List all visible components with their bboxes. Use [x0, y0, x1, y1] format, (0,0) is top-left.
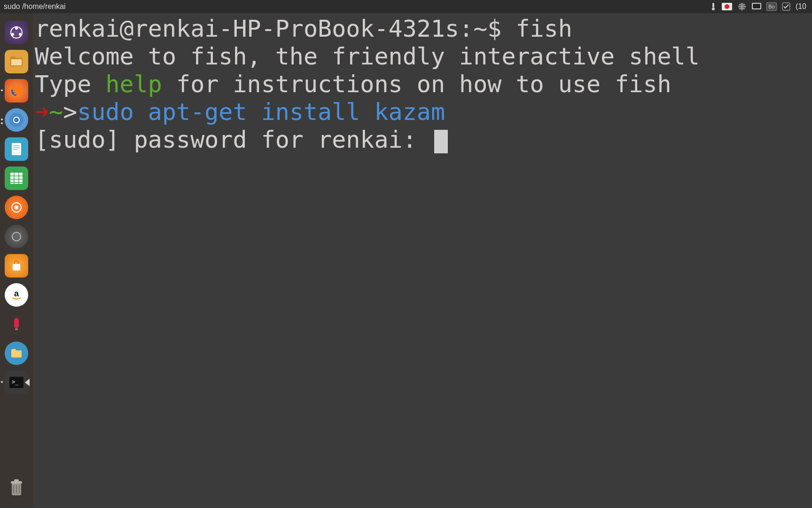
fish-command-sudo: sudo	[77, 98, 133, 126]
launcher-gray-app[interactable]	[5, 225, 28, 248]
launcher-orange-app[interactable]	[5, 196, 28, 219]
launcher-files[interactable]	[5, 50, 28, 73]
launcher-terminal[interactable]: >_	[5, 371, 28, 394]
fish-welcome-line: Welcome to fish, the friendly interactiv…	[35, 43, 700, 70]
screen-recorder-icon[interactable]	[720, 3, 734, 10]
top-panel: sudo /home/renkai Bo (10	[0, 0, 812, 13]
svg-text:a: a	[14, 289, 19, 298]
svg-rect-32	[11, 349, 16, 351]
launcher-files-2[interactable]	[5, 341, 28, 365]
svg-point-26	[12, 232, 21, 241]
network-icon[interactable]	[735, 2, 749, 11]
fish-help-line-b: for instructions on how to use fish	[162, 71, 671, 98]
display-icon[interactable]	[750, 3, 763, 10]
svg-point-25	[15, 206, 18, 209]
fish-command-rest: apt-get install kazam	[134, 98, 445, 126]
svg-rect-13	[10, 56, 16, 59]
fish-help-keyword: help	[106, 71, 162, 98]
window-title: sudo /home/renkai	[4, 2, 66, 11]
keyboard-layout-text: Bo	[766, 2, 777, 11]
launcher-trash[interactable]	[5, 476, 28, 500]
temperature-indicator-icon[interactable]	[708, 2, 718, 11]
svg-rect-29	[14, 318, 19, 328]
launcher-spreadsheet[interactable]	[5, 167, 28, 190]
svg-rect-27	[13, 264, 20, 270]
svg-text:>_: >_	[12, 379, 19, 385]
svg-rect-20	[13, 145, 20, 146]
running-pip-icon	[1, 122, 3, 124]
fish-prompt-gt: >	[63, 98, 77, 126]
tasks-icon[interactable]	[780, 2, 792, 11]
active-arrow-icon	[25, 379, 30, 386]
svg-point-1	[712, 8, 715, 10]
launcher-chromium[interactable]	[5, 108, 28, 132]
fish-help-line-a: Type	[35, 71, 106, 98]
svg-rect-21	[13, 147, 20, 148]
main-area: a >_ renkai@renkai-HP-ProBook-4321s:~$ f…	[0, 13, 812, 508]
svg-rect-14	[11, 59, 22, 65]
svg-rect-31	[11, 350, 22, 357]
svg-point-11	[19, 33, 22, 36]
launcher-dash[interactable]	[5, 21, 28, 44]
fish-prompt-tilde: ~	[49, 98, 63, 126]
battery-text[interactable]: (10	[794, 2, 808, 11]
svg-rect-0	[712, 3, 714, 8]
launcher-software-center[interactable]	[5, 254, 28, 278]
svg-point-10	[11, 33, 14, 36]
svg-point-3	[725, 4, 729, 9]
running-pip-icon	[1, 89, 3, 91]
running-pip-icon	[1, 119, 3, 120]
svg-point-18	[14, 118, 19, 122]
keyboard-layout-badge[interactable]: Bo	[765, 2, 779, 11]
fish-prompt-arrow-icon: ➜	[35, 98, 49, 126]
launcher-red-app[interactable]	[5, 312, 28, 336]
terminal-window[interactable]: renkai@renkai-HP-ProBook-4321s:~$ fish W…	[33, 13, 812, 508]
svg-point-9	[15, 27, 18, 30]
bash-command: fish	[516, 15, 572, 42]
bash-prompt: renkai@renkai-HP-ProBook-4321s:~$	[35, 15, 516, 42]
unity-launcher: a >_	[0, 13, 33, 508]
svg-rect-22	[13, 149, 18, 150]
cursor-icon	[434, 130, 448, 153]
svg-rect-6	[753, 4, 760, 8]
running-pip-icon	[1, 381, 3, 383]
launcher-document-viewer[interactable]	[5, 137, 28, 161]
svg-rect-30	[15, 328, 18, 330]
launcher-firefox[interactable]	[5, 79, 28, 103]
launcher-amazon[interactable]: a	[5, 283, 28, 307]
sudo-password-prompt: [sudo] password for renkai:	[35, 126, 431, 153]
svg-rect-37	[14, 479, 19, 482]
